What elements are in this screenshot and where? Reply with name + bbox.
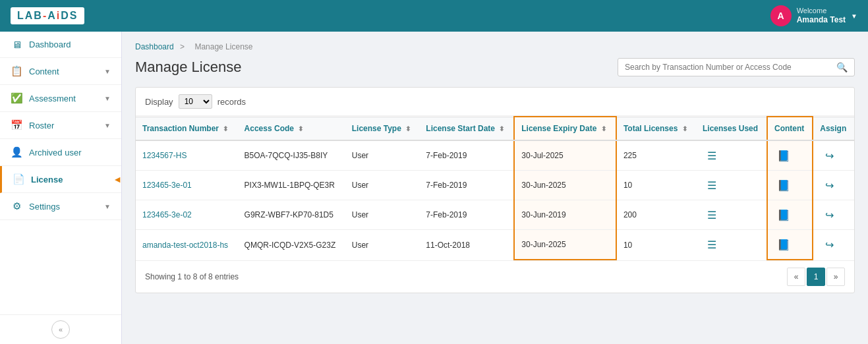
user-info: Welcome Amanda Test [797, 6, 846, 26]
user-menu[interactable]: A Welcome Amanda Test ▼ [770, 5, 857, 26]
cell-licenses-used-3: ☰ [696, 230, 767, 260]
cell-transaction-1: 123465-3e-01 [136, 171, 238, 200]
col-header-access-code[interactable]: Access Code ⬍ [238, 117, 345, 140]
cell-content-1: 📘 [767, 171, 813, 200]
sort-transaction-icon: ⬍ [223, 125, 228, 132]
display-label: Display [145, 97, 173, 107]
cell-licenses-used-0: ☰ [696, 140, 767, 171]
cell-assign-3: ↪ [813, 230, 854, 260]
user-dropdown-icon[interactable]: ▼ [851, 13, 857, 20]
sort-type-icon: ⬍ [405, 125, 411, 132]
assign-icon-1[interactable]: ↪ [820, 177, 838, 193]
cell-assign-1: ↪ [813, 171, 854, 200]
content-icon-3[interactable]: 📘 [774, 237, 793, 252]
cell-license-type-1: User [345, 171, 420, 200]
assign-icon-3[interactable]: ↪ [820, 237, 838, 253]
collapse-button[interactable]: « [51, 320, 70, 339]
avatar: A [770, 5, 792, 26]
showing-entries: Showing 1 to 8 of 8 entries [145, 272, 239, 281]
assessment-arrow-icon: ▼ [104, 95, 111, 102]
cell-transaction-2: 123465-3e-02 [136, 200, 238, 230]
dashboard-icon: 🖥 [11, 39, 22, 50]
col-header-licenses-used: Licenses Used [696, 117, 767, 140]
col-header-assign: Assign [813, 117, 854, 140]
layout: 🖥 Dashboard 📋 Content ▼ ✅ Assessment ▼ 📅… [0, 32, 868, 344]
table-row: 123465-3e-01 PIX3-MW1L-1BPQ-QE3R User 7-… [136, 171, 854, 200]
assessment-icon: ✅ [11, 92, 22, 104]
pagination-next[interactable]: » [826, 268, 845, 286]
sidebar-item-assessment[interactable]: ✅ Assessment ▼ [0, 85, 121, 112]
assign-icon-2[interactable]: ↪ [820, 207, 838, 223]
pagination-current[interactable]: 1 [807, 268, 825, 286]
roster-icon: 📅 [11, 119, 22, 131]
cell-total-licenses-0: 225 [616, 140, 696, 171]
col-header-expiry-date[interactable]: License Expiry Date ⬍ [514, 117, 616, 140]
content-icon-1[interactable]: 📘 [774, 177, 793, 193]
sidebar: 🖥 Dashboard 📋 Content ▼ ✅ Assessment ▼ 📅… [0, 32, 122, 344]
cell-access-code-0: B5OA-7QCQ-IJ35-B8IY [238, 140, 345, 171]
sidebar-item-roster[interactable]: 📅 Roster ▼ [0, 112, 121, 139]
assign-icon-0[interactable]: ↪ [820, 148, 838, 163]
cell-transaction-3: amanda-test-oct2018-hs [136, 230, 238, 260]
content-icon: 📋 [11, 65, 22, 77]
sidebar-item-license[interactable]: 📄 License [0, 166, 121, 193]
archived-user-icon: 👤 [11, 146, 22, 158]
cell-start-date-0: 7-Feb-2019 [419, 140, 514, 171]
license-icon: 📄 [13, 173, 24, 185]
sidebar-label-content: Content [29, 67, 98, 76]
cell-start-date-2: 7-Feb-2019 [419, 200, 514, 230]
sort-total-icon: ⬍ [682, 125, 687, 132]
col-header-license-type[interactable]: License Type ⬍ [345, 117, 420, 140]
sidebar-collapse: « [0, 314, 121, 344]
licenses-used-icon-1[interactable]: ☰ [703, 177, 721, 193]
col-header-start-date[interactable]: License Start Date ⬍ [419, 117, 514, 140]
cell-access-code-2: G9RZ-WBF7-KP70-81D5 [238, 200, 345, 230]
breadcrumb-home[interactable]: Dashboard [135, 42, 174, 51]
sort-expiry-icon: ⬍ [601, 125, 606, 132]
cell-access-code-1: PIX3-MW1L-1BPQ-QE3R [238, 171, 345, 200]
table-row: amanda-test-oct2018-hs QMQR-ICQD-V2X5-G2… [136, 230, 854, 260]
cell-licenses-used-2: ☰ [696, 200, 767, 230]
breadcrumb: Dashboard > Manage License [135, 42, 855, 51]
cell-content-3: 📘 [767, 230, 813, 260]
sort-start-icon: ⬍ [499, 125, 504, 132]
cell-license-type-3: User [345, 230, 420, 260]
table-footer: Showing 1 to 8 of 8 entries « 1 » [136, 260, 854, 293]
welcome-label: Welcome [797, 6, 846, 15]
records-per-page-select[interactable]: 10 25 50 100 [179, 94, 212, 109]
licenses-used-icon-0[interactable]: ☰ [703, 148, 721, 163]
content-icon-2[interactable]: 📘 [774, 207, 793, 223]
licenses-used-icon-3[interactable]: ☰ [703, 237, 721, 253]
sidebar-item-archived-user[interactable]: 👤 Archived user [0, 139, 121, 166]
sidebar-label-settings: Settings [29, 202, 98, 212]
licenses-used-icon-2[interactable]: ☰ [703, 207, 721, 223]
search-icon: 🔍 [836, 62, 848, 72]
cell-expiry-date-0: 30-Jul-2025 [514, 140, 616, 171]
sidebar-item-content[interactable]: 📋 Content ▼ [0, 58, 121, 85]
content-icon-0[interactable]: 📘 [774, 148, 793, 163]
col-header-transaction[interactable]: Transaction Number ⬍ [136, 117, 238, 140]
cell-start-date-1: 7-Feb-2019 [419, 171, 514, 200]
col-header-total-licenses[interactable]: Total Licenses ⬍ [616, 117, 696, 140]
records-label: records [217, 97, 246, 107]
roster-arrow-icon: ▼ [104, 122, 111, 129]
cell-total-licenses-2: 200 [616, 200, 696, 230]
table-row: 1234567-HS B5OA-7QCQ-IJ35-B8IY User 7-Fe… [136, 140, 854, 171]
pagination-prev[interactable]: « [787, 268, 805, 286]
sort-access-icon: ⬍ [298, 125, 303, 132]
cell-content-0: 📘 [767, 140, 813, 171]
sidebar-label-roster: Roster [29, 121, 98, 130]
cell-assign-2: ↪ [813, 200, 854, 230]
logo: LAB-AiDS [11, 7, 84, 24]
display-row: Display 10 25 50 100 records [136, 88, 854, 116]
sidebar-item-settings[interactable]: ⚙ Settings ▼ [0, 193, 121, 220]
cell-expiry-date-3: 30-Jun-2025 [514, 230, 616, 260]
page-header: Manage License 🔍 [135, 58, 855, 76]
search-input[interactable] [625, 63, 831, 72]
cell-transaction-0: 1234567-HS [136, 140, 238, 171]
cell-total-licenses-3: 10 [616, 230, 696, 260]
cell-license-type-0: User [345, 140, 420, 171]
sidebar-item-dashboard[interactable]: 🖥 Dashboard [0, 32, 121, 58]
breadcrumb-current: Manage License [194, 42, 252, 51]
table-header-row: Transaction Number ⬍ Access Code ⬍ Licen… [136, 117, 854, 140]
